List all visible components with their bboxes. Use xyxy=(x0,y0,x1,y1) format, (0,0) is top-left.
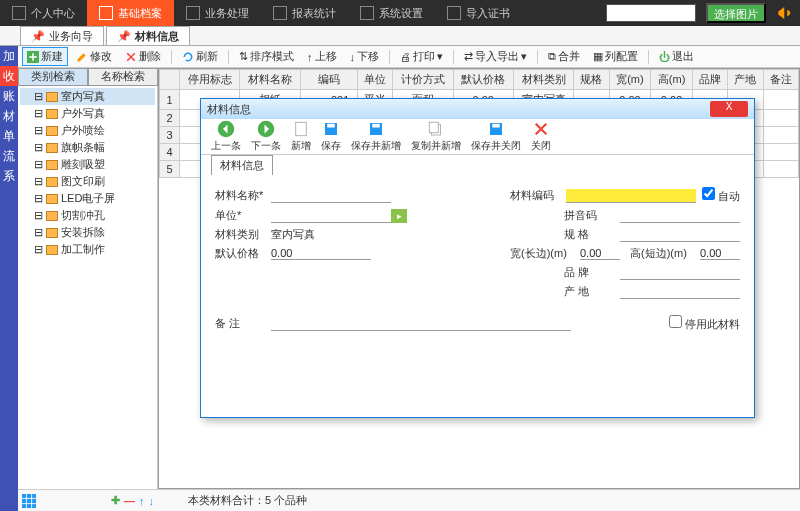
tree-tab-category[interactable]: 类别检索 xyxy=(18,68,88,86)
rail-item[interactable]: 账 xyxy=(0,86,18,106)
delete-button[interactable]: 删除 xyxy=(120,47,166,66)
col-header[interactable]: 材料名称 xyxy=(240,70,300,90)
folder-icon xyxy=(46,228,58,238)
col-header[interactable]: 单位 xyxy=(357,70,392,90)
exit-button[interactable]: ⏻退出 xyxy=(654,47,699,66)
remark-label: 备 注 xyxy=(215,316,271,331)
tab-personal[interactable]: 个人中心 xyxy=(0,0,87,26)
minus-icon: ⊟ xyxy=(34,90,43,103)
tab-settings[interactable]: 系统设置 xyxy=(348,0,435,26)
col-header[interactable]: 品牌 xyxy=(692,70,727,90)
close-button[interactable]: 关闭 xyxy=(531,120,551,153)
name-input[interactable] xyxy=(271,188,391,203)
gear-icon xyxy=(360,6,374,20)
tree-tab-name[interactable]: 名称检索 xyxy=(88,68,158,86)
origin-input[interactable] xyxy=(620,284,740,299)
add-icon[interactable]: ✚ xyxy=(111,494,120,507)
rail-item[interactable]: 单 xyxy=(0,126,18,146)
grid-icon[interactable] xyxy=(22,494,36,508)
spec-label: 规 格 xyxy=(564,227,620,242)
dialog-tab[interactable]: 材料信息 xyxy=(211,155,273,175)
tree-item[interactable]: ⊟户外喷绘 xyxy=(20,122,155,139)
save-button[interactable]: 保存 xyxy=(321,120,341,153)
rail-item[interactable]: 流 xyxy=(0,146,18,166)
tree-item[interactable]: ⊟图文印刷 xyxy=(20,173,155,190)
tab-import-cert[interactable]: 导入证书 xyxy=(435,0,522,26)
tree-item[interactable]: ⊟室内写真 xyxy=(20,88,155,105)
brand-input[interactable] xyxy=(620,265,740,280)
disable-checkbox[interactable]: 停用此材料 xyxy=(669,315,740,332)
tree-item[interactable]: ⊟LED电子屏 xyxy=(20,190,155,207)
width-value[interactable]: 0.00 xyxy=(580,247,620,260)
rail-item[interactable]: 材 xyxy=(0,106,18,126)
remark-input[interactable] xyxy=(271,316,571,331)
col-header[interactable] xyxy=(160,70,180,90)
refresh-button[interactable]: 刷新 xyxy=(177,47,223,66)
tree-item[interactable]: ⊟加工制作 xyxy=(20,241,155,258)
auto-checkbox[interactable]: 自动 xyxy=(702,187,740,204)
tab-base-archive[interactable]: 基础档案 xyxy=(87,0,174,26)
spec-input[interactable] xyxy=(620,227,740,242)
col-header[interactable]: 材料类别 xyxy=(513,70,573,90)
sort-button[interactable]: ⇅排序模式 xyxy=(234,47,299,66)
megaphone-icon[interactable] xyxy=(776,4,794,22)
rail-item[interactable]: 系 xyxy=(0,166,18,186)
import-export-button[interactable]: ⇄导入导出▾ xyxy=(459,47,532,66)
code-input[interactable] xyxy=(566,189,696,203)
subtab-wizard[interactable]: 📌业务向导 xyxy=(20,26,104,45)
col-header[interactable]: 默认价格 xyxy=(453,70,513,90)
unit-input[interactable] xyxy=(271,208,391,223)
down-button[interactable]: ↓下移 xyxy=(345,47,385,66)
col-header[interactable]: 备注 xyxy=(763,70,798,90)
tree-item[interactable]: ⊟雕刻吸塑 xyxy=(20,156,155,173)
col-header[interactable]: 产地 xyxy=(728,70,763,90)
rail-item[interactable]: 加 xyxy=(0,46,18,66)
next-button[interactable]: 下一条 xyxy=(251,120,281,153)
move-up-icon[interactable]: ↑ xyxy=(139,495,145,507)
subtab-material[interactable]: 📌材料信息 xyxy=(106,26,190,45)
price-value[interactable]: 0.00 xyxy=(271,247,371,260)
col-header[interactable]: 高(m) xyxy=(651,70,693,90)
left-nav-rail: 加 收 账 材 单 流 系 xyxy=(0,46,18,511)
remove-icon[interactable]: — xyxy=(124,495,135,507)
up-icon: ↑ xyxy=(307,51,313,63)
move-down-icon[interactable]: ↓ xyxy=(149,495,155,507)
print-button[interactable]: 🖨打印▾ xyxy=(395,47,448,66)
svg-rect-3 xyxy=(296,122,307,136)
pinyin-input[interactable] xyxy=(620,208,740,223)
col-header[interactable]: 计价方式 xyxy=(393,70,453,90)
rail-item[interactable]: 收 xyxy=(0,66,18,86)
save-close-button[interactable]: 保存并关闭 xyxy=(471,120,521,153)
dialog-close-button[interactable]: X xyxy=(710,101,748,117)
height-value[interactable]: 0.00 xyxy=(700,247,740,260)
origin-label: 产 地 xyxy=(564,284,620,299)
prev-button[interactable]: 上一条 xyxy=(211,120,241,153)
select-image-button[interactable]: 选择图片 xyxy=(706,3,766,23)
new-button[interactable]: 新建 xyxy=(22,47,68,66)
person-icon xyxy=(12,6,26,20)
save-icon xyxy=(367,120,385,138)
up-button[interactable]: ↑上移 xyxy=(302,47,342,66)
top-search-input[interactable] xyxy=(606,4,696,22)
save-new-button[interactable]: 保存并新增 xyxy=(351,120,401,153)
edit-button[interactable]: 修改 xyxy=(71,47,117,66)
merge-button[interactable]: ⧉合并 xyxy=(543,47,585,66)
tree-item[interactable]: ⊟切割冲孔 xyxy=(20,207,155,224)
tree-item[interactable]: ⊟旗帜条幅 xyxy=(20,139,155,156)
category-tree: ⊟室内写真 ⊟户外写真 ⊟户外喷绘 ⊟旗帜条幅 ⊟雕刻吸塑 ⊟图文印刷 ⊟LED… xyxy=(18,86,158,489)
col-config-button[interactable]: ▦列配置 xyxy=(588,47,643,66)
cat-value: 室内写真 xyxy=(271,227,371,242)
tree-item[interactable]: ⊟安装拆除 xyxy=(20,224,155,241)
tab-business[interactable]: 业务处理 xyxy=(174,0,261,26)
dialog-titlebar[interactable]: 材料信息 X xyxy=(201,99,754,119)
col-header[interactable]: 编码 xyxy=(300,70,357,90)
new-button[interactable]: 新增 xyxy=(291,120,311,153)
col-header[interactable]: 规格 xyxy=(574,70,609,90)
tab-reports[interactable]: 报表统计 xyxy=(261,0,348,26)
copy-new-button[interactable]: 复制并新增 xyxy=(411,120,461,153)
tree-item[interactable]: ⊟户外写真 xyxy=(20,105,155,122)
material-form: 材料名称* 材料编码 自动 单位* ▸ 拼音码 材料类别 室内写真 规 格 默认… xyxy=(201,175,754,344)
col-header[interactable]: 停用标志 xyxy=(180,70,240,90)
col-header[interactable]: 宽(m) xyxy=(609,70,651,90)
unit-lookup-button[interactable]: ▸ xyxy=(391,209,407,223)
